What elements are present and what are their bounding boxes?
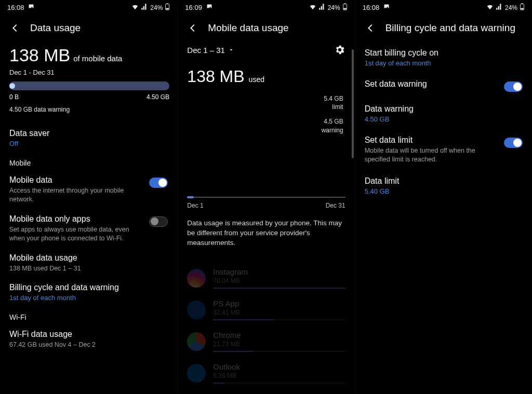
set-limit-toggle[interactable]: [504, 138, 523, 148]
picture-icon: [28, 4, 34, 10]
progress-thumb: [9, 83, 15, 89]
back-icon[interactable]: [187, 22, 198, 34]
app-icon: [187, 364, 206, 383]
app-usage-bar: [213, 383, 345, 384]
battery-text: 24%: [150, 4, 163, 11]
svg-rect-2: [166, 8, 169, 10]
picture-icon: [383, 4, 390, 10]
limit-label: limit: [189, 103, 343, 111]
usage-suffix: of mobile data: [73, 54, 122, 63]
page-title: Billing cycle and data warning: [385, 22, 515, 34]
set-data-limit-item[interactable]: Set data limit Mobile data will be turne…: [355, 129, 532, 170]
app-icon: [187, 332, 206, 351]
item-title: Billing cycle and data warning: [9, 283, 168, 292]
total-usage: 138 MB of mobile data: [9, 45, 168, 65]
mobile-only-toggle[interactable]: [149, 216, 168, 227]
item-title: Mobile data: [9, 175, 134, 185]
item-sub: Set apps to always use mobile data, even…: [9, 225, 134, 243]
usage-value: 138 MB: [9, 45, 70, 65]
set-warning-toggle[interactable]: [504, 81, 523, 92]
item-sub: Mobile data will be turned off when the …: [365, 146, 479, 164]
billing-cycle-item[interactable]: Billing cycle and data warning 1st day o…: [0, 278, 177, 307]
period-dropdown[interactable]: Dec 1 – 31: [187, 46, 234, 55]
wifi-usage-item[interactable]: Wi-Fi data usage 67.42 GB used Nov 4 – D…: [0, 324, 177, 355]
app-row[interactable]: Instagram 70.04 MB: [187, 262, 345, 294]
back-icon[interactable]: [9, 22, 21, 34]
progress-max: 4.50 GB: [147, 93, 169, 101]
item-title: Set data warning: [365, 79, 427, 89]
status-bar: 16:08 24%: [355, 0, 532, 12]
total-usage: 138 MB used: [178, 67, 354, 86]
app-size: 70.04 MB: [213, 277, 345, 284]
measurement-note: Data usage is measured by your phone. Th…: [187, 219, 345, 248]
status-bar: 16:08 24%: [0, 0, 177, 12]
set-data-warning-item[interactable]: Set data warning: [355, 73, 532, 98]
wifi-icon: [486, 3, 494, 12]
page-title: Mobile data usage: [208, 22, 288, 34]
signal-icon: [141, 3, 148, 12]
app-size: 32.41 MB: [213, 309, 345, 316]
clock: 16:08: [7, 4, 24, 11]
item-title: Data warning: [365, 104, 523, 114]
item-sub: 67.42 GB used Nov 4 – Dec 2: [9, 341, 134, 349]
group-header-wifi: Wi-Fi: [0, 307, 177, 324]
group-header-mobile: Mobile: [0, 153, 177, 170]
app-icon: [187, 269, 206, 288]
signal-icon: [318, 3, 326, 12]
item-sub: Access the internet through your mobile …: [9, 186, 134, 204]
usage-progress[interactable]: [9, 81, 169, 90]
item-sub: 138 MB used Dec 1 – 31: [9, 264, 134, 273]
warning-note: 4.50 GB data warning: [9, 106, 168, 113]
data-limit-item[interactable]: Data limit 5.40 GB: [355, 170, 532, 201]
warning-value: 4.5 GB: [189, 117, 343, 126]
app-row[interactable]: Chrome 21.73 MB: [187, 325, 345, 357]
period-text: Dec 1 – 31: [187, 46, 225, 55]
svg-rect-8: [521, 8, 523, 10]
battery-icon: [520, 3, 525, 12]
usage-chart[interactable]: Dec 1 Dec 31: [187, 197, 345, 209]
wifi-icon: [131, 3, 139, 12]
app-name: Instagram: [213, 267, 345, 276]
item-value: 1st day of each month: [365, 59, 523, 67]
item-title: Start billing cycle on: [365, 48, 523, 58]
date-range: Dec 1 - Dec 31: [9, 69, 168, 76]
svg-rect-1: [167, 3, 169, 4]
item-title: Mobile data usage: [9, 253, 168, 263]
app-usage-bar: [213, 351, 345, 352]
battery-icon: [165, 3, 170, 12]
item-value: 4.50 GB: [365, 115, 523, 123]
data-saver-item[interactable]: Data saver Off: [0, 124, 177, 153]
svg-rect-5: [343, 8, 346, 10]
svg-rect-7: [521, 3, 523, 4]
data-warning-item[interactable]: Data warning 4.50 GB: [355, 98, 532, 129]
mobile-usage-item[interactable]: Mobile data usage 138 MB used Dec 1 – 31: [0, 248, 177, 278]
warning-label: warning: [189, 126, 343, 134]
chart-start: Dec 1: [187, 202, 203, 209]
mobile-data-toggle[interactable]: [149, 178, 168, 188]
battery-text: 24%: [505, 4, 517, 11]
settings-icon[interactable]: [334, 44, 345, 56]
clock: 16:09: [185, 4, 202, 11]
app-usage-bar: [213, 319, 345, 320]
picture-icon: [206, 4, 212, 10]
app-name: Chrome: [213, 331, 345, 339]
app-row[interactable]: PS App 32.41 MB: [187, 294, 345, 325]
svg-rect-4: [344, 3, 346, 4]
back-icon[interactable]: [365, 22, 376, 34]
app-name: PS App: [213, 299, 345, 308]
status-bar: 16:09 24%: [178, 0, 354, 12]
page-title: Data usage: [30, 22, 81, 34]
wifi-icon: [309, 3, 316, 12]
item-title: Mobile data only apps: [9, 214, 134, 224]
app-list: Instagram 70.04 MB PS App 32.41 MB Chrom…: [178, 262, 354, 389]
mobile-data-item[interactable]: Mobile data Access the internet through …: [0, 170, 177, 209]
mobile-only-apps-item[interactable]: Mobile data only apps Set apps to always…: [0, 209, 177, 248]
app-icon: [187, 301, 206, 319]
chart-end: Dec 31: [326, 202, 345, 209]
battery-text: 24%: [328, 4, 340, 11]
item-title: Data saver: [9, 129, 168, 138]
start-cycle-item[interactable]: Start billing cycle on 1st day of each m…: [355, 42, 532, 73]
chart-fill: [187, 196, 193, 198]
app-row[interactable]: Outlook 5.26 MB: [187, 357, 345, 389]
scroll-indicator[interactable]: [352, 49, 354, 158]
